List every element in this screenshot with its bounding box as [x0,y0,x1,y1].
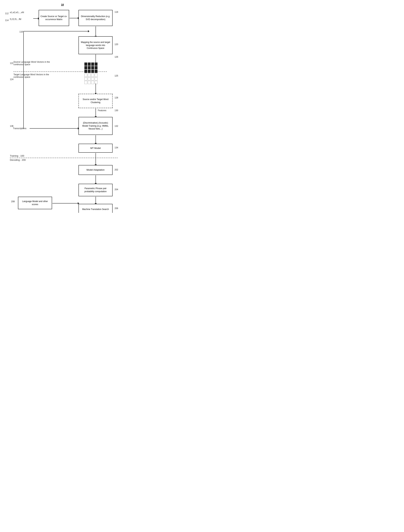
ref-208: 208 [11,200,15,203]
box-clustering: Source and/or Target Word Clustering [78,94,113,108]
ref-114: 114 [5,19,9,22]
ref-132: 132 [114,125,118,127]
ref-118: 118 [114,11,118,13]
source-vectors-visual [84,63,97,73]
arrow-clustering-training [95,108,96,117]
arrow-training-mtmodel [95,135,96,143]
target-input-label: f1,f2,f3,...fM [10,18,21,20]
dashed-training-decoding [10,158,118,158]
ref-202: 202 [114,168,118,171]
arrow-transcriptions-training [30,128,78,129]
arrow-input-cooccurrence [33,18,38,19]
box-cooccurrence: Create Source vs Target co-occurrence Ma… [39,10,69,26]
diagram: 10 112 e1,e2,e3,...,eN 114 f1,f2,f3,...f… [0,0,162,213]
arrow-cooccurrence-dim [69,18,78,18]
arrow-lm-mtsearch [52,203,78,203]
ref-122: 122 [10,62,13,64]
ref-136: 136 [10,125,13,127]
ref-204: 204 [114,188,118,191]
ref-120: 120 [114,43,118,46]
arrow-dim-mapping [95,26,96,36]
box-mt-search: Machine Translation Search [78,204,113,213]
arrow-parametric-mtsearch [95,197,96,203]
ref-124: 124 [10,78,13,81]
ref-116: 116 [19,31,23,33]
box-dimensionality: Dimensionality Reduction (e.g. SVD decom… [78,10,113,26]
box-model-training: (Discriminative) (Acoustic) Model Traini… [78,117,113,135]
source-vectors-label: Source Language Word Vectors in the cont… [13,61,57,66]
target-vectors-visual [84,74,97,84]
line-116-down [23,31,24,129]
ref-126: 126 [114,56,118,58]
arrow-116-mapping [23,31,88,32]
source-input-label: e1,e2,e3,...,eN [10,11,24,14]
decoding-label: Decoding - 200 [10,158,26,161]
features-label: Features [98,109,106,112]
box-language-model: Language Model and other scores [18,197,52,209]
target-vectors-label: Target Language Word Vectors in the cont… [13,73,57,78]
transcriptions-label: Transcriptions [13,127,26,130]
ref-134: 134 [114,146,118,149]
arrow-vectors-clustering [95,83,96,93]
ref-130: 130 [114,109,118,112]
training-label: Training - 100 [10,154,24,157]
box-model-adaptation: Model Adaptation [78,165,113,175]
title-ref: 10 [61,3,64,6]
box-mapping: Mapping the source and target language w… [78,36,113,54]
ref-206: 206 [114,207,118,210]
box-mt-model: MT Model [78,144,113,153]
arrow-adaptation-parametric [95,175,96,183]
ref-125a: 125 [114,75,118,77]
ref-112: 112 [5,12,9,15]
ref-128: 128 [114,96,118,99]
arrow-mtmodel-adaptation [95,153,96,165]
box-parametric: Parametric Phrase pair probability compu… [78,184,113,196]
arrow-mapping-vectors [95,54,96,63]
